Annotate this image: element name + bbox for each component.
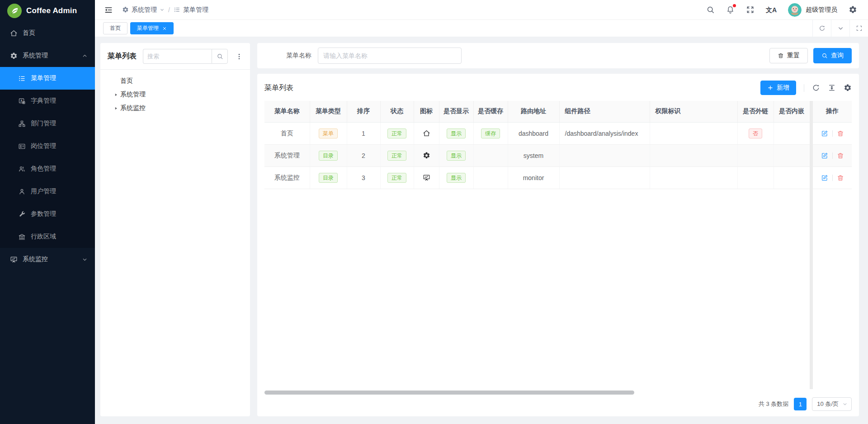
delete-icon[interactable] [837, 130, 844, 137]
edit-icon[interactable] [821, 174, 828, 181]
tabs-bar-actions [812, 20, 868, 37]
horizontal-scrollbar-thumb[interactable] [264, 391, 634, 395]
column-header: 菜单类型 [310, 101, 347, 122]
bank-icon [18, 233, 26, 241]
topbar: 系统管理 / 菜单管理 文A 超级管理员 [95, 0, 868, 20]
cell-menu-name: 系统监控 [264, 167, 310, 189]
menu-fold-icon[interactable] [104, 5, 113, 14]
breadcrumb: 系统管理 / 菜单管理 [122, 6, 208, 14]
cell-order: 2 [347, 144, 380, 167]
triangle-right-icon[interactable] [111, 93, 120, 97]
sidebar-item-label: 菜单管理 [31, 74, 56, 82]
cell-menu-name: 系统管理 [264, 144, 310, 167]
refresh-icon[interactable] [812, 84, 820, 92]
sidebar-item-dictionary-management[interactable]: 字典管理 [0, 90, 95, 112]
cell-cache [473, 144, 508, 167]
sidebar-item-user-management[interactable]: 用户管理 [0, 180, 95, 203]
page-size-select[interactable]: 10 条/页 [812, 397, 852, 411]
sidebar-item-home[interactable]: 首页 [0, 22, 95, 44]
delete-icon[interactable] [837, 174, 844, 181]
cell-permission [650, 167, 737, 189]
monitor-icon [10, 256, 18, 263]
divider [832, 130, 833, 137]
chevron-down-icon [82, 257, 88, 262]
horizontal-scrollbar [264, 390, 852, 395]
maximize-icon[interactable] [849, 20, 868, 37]
fullscreen-icon[interactable] [746, 5, 755, 14]
menu-tree: 首页 系统管理 系统监控 [108, 70, 243, 115]
sidebar-item-menu-management[interactable]: 菜单管理 [0, 67, 95, 90]
tree-search-button[interactable] [212, 49, 228, 64]
triangle-right-icon[interactable] [111, 106, 120, 110]
settings-gear-icon[interactable] [849, 5, 857, 14]
reset-button[interactable]: 重置 [769, 48, 808, 63]
sidebar-item-role-management[interactable]: 角色管理 [0, 157, 95, 180]
sidebar-item-administrative-region[interactable]: 行政区域 [0, 225, 95, 248]
gear-icon [10, 52, 18, 60]
tree-node-label: 系统管理 [120, 91, 146, 99]
pagination-page-1[interactable]: 1 [794, 398, 807, 410]
tree-node-system-monitor[interactable]: 系统监控 [108, 101, 243, 115]
cell-route-path: dashboard [508, 122, 559, 144]
translate-icon[interactable]: 文A [766, 7, 777, 13]
chevron-down-icon[interactable] [831, 20, 849, 37]
breadcrumb-parent[interactable]: 系统管理 [122, 6, 165, 14]
table-wrap: 菜单名称 菜单类型 排序 状态 图标 是否显示 是否缓存 路由地址 组件路径 [264, 101, 852, 389]
monitor-icon [423, 174, 430, 181]
refresh-icon[interactable] [812, 20, 831, 37]
kebab-menu-icon[interactable] [236, 52, 243, 61]
row-height-icon[interactable] [828, 84, 836, 92]
page-size-value: 10 条/页 [817, 400, 839, 408]
row-actions [813, 174, 852, 181]
status-tag: 正常 [387, 173, 406, 183]
sidebar-item-department-management[interactable]: 部门管理 [0, 112, 95, 135]
column-header: 操作 [813, 101, 852, 122]
table-header-row: 菜单名称 菜单类型 排序 状态 图标 是否显示 是否缓存 路由地址 组件路径 [264, 101, 852, 122]
divider [804, 84, 804, 92]
visible-tag: 显示 [447, 173, 466, 183]
cell-component-path [559, 167, 650, 189]
menu-type-tag: 目录 [319, 151, 338, 161]
sidebar-item-post-management[interactable]: 岗位管理 [0, 135, 95, 157]
app-title: Coffee Admin [26, 6, 77, 15]
table-row: 系统监控 目录 3 正常 显示 monitor [264, 167, 852, 189]
tree-node-system-management[interactable]: 系统管理 [108, 88, 243, 101]
edit-icon[interactable] [821, 130, 828, 137]
reset-button-label: 重置 [787, 52, 800, 60]
close-icon[interactable] [162, 26, 167, 31]
sidebar-item-parameter-management[interactable]: 参数管理 [0, 203, 95, 225]
tree-node-home[interactable]: 首页 [108, 74, 243, 88]
cell-embedded [774, 144, 810, 167]
tab-menu-management[interactable]: 菜单管理 [130, 22, 174, 34]
sidebar-item-system-monitor[interactable]: 系统监控 [0, 248, 95, 271]
delete-icon[interactable] [837, 152, 844, 159]
filter-buttons: 重置 查询 [769, 48, 852, 63]
sidebar-item-label: 字典管理 [31, 97, 56, 105]
query-button[interactable]: 查询 [813, 48, 852, 63]
app-logo[interactable]: Coffee Admin [0, 0, 95, 22]
user-menu[interactable]: 超级管理员 [788, 3, 837, 17]
column-header: 是否内嵌 [774, 101, 810, 122]
edit-icon[interactable] [821, 152, 828, 159]
tree-panel-header: 菜单列表 [108, 49, 243, 64]
bell-icon[interactable] [726, 5, 735, 14]
cell-route-path: monitor [508, 167, 559, 189]
column-header: 是否外链 [737, 101, 774, 122]
cell-permission [650, 144, 737, 167]
fixed-column-divider [810, 101, 813, 389]
sidebar-submenu-system: 菜单管理 字典管理 部门管理 岗位管理 角色管理 [0, 67, 95, 248]
status-tag: 正常 [387, 129, 406, 138]
tab-label: 菜单管理 [137, 24, 159, 32]
column-header: 排序 [347, 101, 380, 122]
tab-home[interactable]: 首页 [103, 22, 127, 34]
column-settings-icon[interactable] [844, 84, 852, 92]
cell-route-path: system [508, 144, 559, 167]
divider [832, 175, 833, 181]
add-button[interactable]: 新增 [760, 81, 796, 95]
menu-name-input[interactable] [318, 48, 462, 64]
sidebar-item-system-management[interactable]: 系统管理 [0, 44, 95, 67]
main-area: 系统管理 / 菜单管理 文A 超级管理员 [95, 0, 868, 424]
column-header: 组件路径 [559, 101, 650, 122]
tree-search-input[interactable] [143, 49, 212, 64]
search-icon[interactable] [706, 5, 715, 14]
